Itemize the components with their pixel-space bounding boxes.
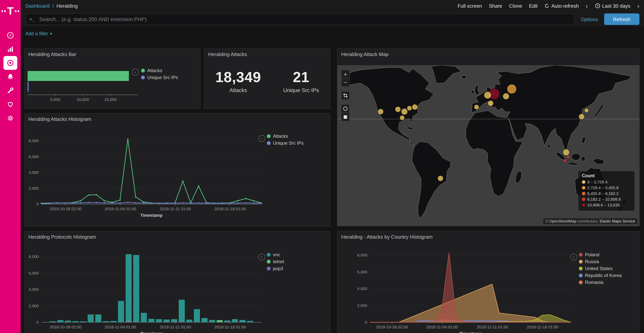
auto-refresh-button[interactable]: Auto-refresh [544, 3, 579, 9]
legend-item[interactable]: Attacks [141, 68, 178, 73]
legend-item[interactable]: Unique Src IPs [141, 75, 178, 80]
sidebar-item-attack-map-selected[interactable] [0, 56, 21, 70]
legend-color-dot [579, 253, 583, 257]
full-screen-button[interactable]: Full screen [458, 3, 482, 9]
map-marker[interactable] [438, 176, 443, 181]
elastic-maps-service-label: Elastic Maps Service [600, 219, 635, 223]
legend-color-dot [267, 134, 271, 138]
svg-text:2018-11-11 01:00: 2018-11-11 01:00 [160, 207, 191, 211]
legend-item[interactable]: telnet [267, 259, 284, 264]
add-filter-link[interactable]: Add a filter+ [25, 31, 52, 37]
time-range-picker[interactable]: Last 30 days [595, 3, 630, 9]
add-filter-label: Add a filter [25, 31, 48, 37]
map-marker[interactable] [412, 104, 417, 110]
legend-item[interactable]: 10,908.6 – 13,635 [582, 203, 631, 207]
sidebar-item-health[interactable] [0, 97, 21, 111]
svg-text:Timestamp: Timestamp [140, 331, 162, 333]
map-marker[interactable] [488, 101, 494, 106]
openstreetmap-link[interactable]: OpenStreetMap [549, 219, 576, 223]
expand-legend-icon[interactable]: › [258, 135, 265, 142]
map-marker[interactable] [584, 108, 588, 112]
map-marker[interactable] [378, 109, 384, 114]
breadcrumb-dashboard-link[interactable]: Dashboard [25, 3, 50, 9]
map-marker[interactable] [400, 115, 404, 120]
legend-item[interactable]: 2,729.4 – 5,455.8 [582, 185, 631, 190]
legend-color-dot [267, 141, 271, 145]
map-marker[interactable] [503, 93, 509, 99]
sidebar-item-settings[interactable] [0, 111, 21, 125]
map-marker[interactable] [484, 92, 491, 98]
legend-label: Republic of Korea [585, 273, 622, 278]
panel-title: Heralding Attacks [204, 49, 330, 58]
svg-text:2018-11-11 01:00: 2018-11-11 01:00 [477, 325, 508, 329]
zoom-out-button[interactable]: − [341, 78, 350, 87]
refresh-cycle-icon [544, 3, 550, 8]
map-marker[interactable] [407, 106, 412, 111]
expand-legend-icon[interactable]: › [132, 69, 139, 76]
share-button[interactable]: Share [489, 3, 502, 9]
gear-icon [6, 114, 14, 122]
logo-t: T [7, 6, 14, 17]
telekom-logo[interactable]: T [0, 5, 21, 18]
panel-title: Heralding Attacks Bar [24, 49, 200, 58]
legend-item[interactable]: 8,182.2 – 10,908.6 [582, 197, 631, 201]
map-zoom-controls: + − [341, 70, 350, 87]
zoom-in-button[interactable]: + [341, 70, 350, 78]
map-marker[interactable] [563, 149, 570, 155]
svg-text:2018-10-28 02:00: 2018-10-28 02:00 [50, 207, 82, 211]
svg-text:2,000: 2,000 [28, 304, 39, 308]
map-marker[interactable] [395, 107, 400, 112]
legend-item[interactable]: Romania [579, 280, 622, 285]
sidebar-item-compass[interactable] [0, 28, 21, 42]
legend-item[interactable]: Unique Src IPs [267, 140, 304, 146]
map-marker[interactable] [563, 159, 566, 162]
expand-legend-icon[interactable]: › [570, 254, 577, 260]
map-marker[interactable] [566, 155, 570, 158]
panel-title: Heralding Protocols Histogram [24, 231, 330, 241]
legend-item[interactable]: 3 – 2,729.4 [582, 180, 631, 184]
options-link[interactable]: Options [581, 16, 598, 22]
crop-tool-button[interactable] [341, 91, 350, 100]
rectangle-tool-button[interactable] [341, 113, 350, 121]
svg-text:10,000: 10,000 [77, 97, 89, 102]
spy-icon [6, 73, 14, 81]
svg-text:8,000: 8,000 [28, 139, 39, 143]
svg-text:0: 0 [36, 320, 39, 324]
legend-item[interactable]: 5,455.8 – 8,182.2 [582, 191, 631, 196]
map-marker[interactable] [507, 84, 516, 94]
clone-button[interactable]: Clone [509, 3, 522, 9]
app-root: T [0, 0, 644, 333]
topbar-actions: Full screen Share Clone Edit Auto-refres… [458, 3, 640, 9]
sidebar-item-tools[interactable] [0, 84, 21, 97]
legend-item[interactable]: United States [579, 266, 622, 271]
sidebar-item-bar-chart[interactable] [0, 42, 21, 56]
legend-item[interactable]: pop3 [267, 266, 284, 271]
attribution-copyright: © [546, 219, 549, 223]
map-marker[interactable] [474, 105, 479, 109]
legend-item[interactable]: Republic of Korea [579, 273, 622, 278]
edit-button[interactable]: Edit [529, 3, 538, 9]
sidebar-item-spy[interactable] [0, 70, 21, 84]
legend-item[interactable]: Russia [579, 259, 622, 264]
time-range-prev-button[interactable]: ‹ [586, 3, 588, 8]
chart-legend: PolandRussiaUnited StatesRepublic of Kor… [579, 252, 622, 286]
legend-item[interactable]: vnc [267, 252, 284, 257]
svg-text:2018-10-28 02:00: 2018-10-28 02:00 [376, 325, 408, 329]
time-range-next-button[interactable]: › [637, 3, 640, 8]
legend-color-dot [141, 69, 145, 73]
crop-icon [343, 93, 348, 98]
expand-legend-icon[interactable]: › [258, 254, 265, 260]
legend-color-dot [267, 253, 271, 257]
panel-title: Heralding Attack Map [337, 49, 640, 58]
legend-item[interactable]: Attacks [267, 134, 304, 139]
legend-item[interactable]: Poland [579, 252, 622, 257]
search-input[interactable] [38, 16, 570, 23]
map-marker[interactable] [579, 114, 584, 119]
legend-color-dot [579, 267, 583, 270]
refresh-button[interactable]: Refresh [604, 14, 640, 25]
map-marker[interactable] [401, 109, 408, 115]
polygon-tool-button[interactable] [341, 104, 350, 113]
svg-text:2018-11-11 01:00: 2018-11-11 01:00 [160, 325, 191, 329]
world-map[interactable]: + − [337, 65, 640, 226]
panel-attacks-bar: Heralding Attacks Bar 5,00010,00015,000 … [24, 48, 200, 109]
